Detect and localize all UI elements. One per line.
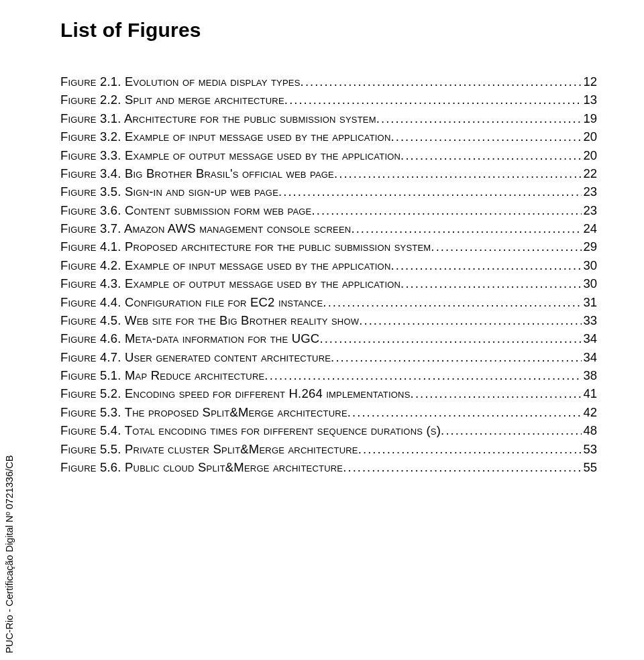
figure-label: Figure 5.5. Private cluster Split&Merge … [60,440,362,458]
leader-dots: ........................................… [380,109,582,127]
figure-entry: Figure 4.5. Web site for the Big Brother… [60,311,597,329]
figure-page-number: 20 [582,146,597,164]
page-body: List of Figures Figure 2.1. Evolution of… [0,0,644,503]
figure-page-number: 13 [582,91,597,109]
figure-label: Figure 5.4. Total encoding times for dif… [60,421,444,439]
figure-page-number: 34 [582,348,597,366]
leader-dots: ........................................… [334,348,582,366]
leader-dots: ........................................… [394,256,582,274]
figure-entry: Figure 3.2. Example of input message use… [60,127,597,146]
figure-entry: Figure 5.2. Encoding speed for different… [60,384,597,402]
figure-label: Figure 3.5. Sign-in and sign-up web page… [60,182,282,201]
figure-entry: Figure 4.1. Proposed architecture for th… [60,237,597,256]
figure-entry: Figure 3.5. Sign-in and sign-up web page… [60,182,597,201]
figure-entry: Figure 5.1. Map Reduce architecture. ...… [60,366,597,384]
figure-entry: Figure 3.6. Content submission form web … [60,201,597,219]
figure-page-number: 12 [582,72,597,91]
figure-label: Figure 3.4. Big Brother Brasil's officia… [60,164,337,182]
figure-label: Figure 4.7. User generated content archi… [60,348,334,366]
figure-label: Figure 2.2. Split and merge architecture… [60,91,288,109]
figure-entry: Figure 5.5. Private cluster Split&Merge … [60,440,597,458]
figure-entry: Figure 4.3. Example of output message us… [60,274,597,292]
figure-page-number: 23 [582,182,597,201]
certification-sidemark: PUC-Rio - Certificação Digital Nº 072133… [4,455,15,653]
figure-label: Figure 4.5. Web site for the Big Brother… [60,311,363,329]
figure-entry: Figure 2.2. Split and merge architecture… [60,91,597,109]
figure-page-number: 38 [582,366,597,384]
leader-dots: ........................................… [327,293,582,311]
figure-entry: Figure 5.3. The proposed Split&Merge arc… [60,403,597,421]
leader-dots: ........................................… [355,219,582,237]
page-title: List of Figures [60,19,597,42]
figure-entry: Figure 4.4. Configuration file for EC2 i… [60,293,597,311]
figure-label: Figure 4.2. Example of input message use… [60,256,394,274]
leader-dots: ........................................… [363,311,582,329]
figure-label: Figure 4.4. Configuration file for EC2 i… [60,293,327,311]
figure-page-number: 22 [582,164,597,182]
figure-entry: Figure 4.2. Example of input message use… [60,256,597,274]
leader-dots: ........................................… [394,127,582,146]
figure-page-number: 30 [582,274,597,292]
figure-entry: Figure 3.1. Architecture for the public … [60,109,597,127]
leader-dots: ........................................… [282,182,582,201]
figure-page-number: 20 [582,127,597,146]
leader-dots: ........................................… [337,164,582,182]
figure-page-number: 31 [582,293,597,311]
figure-label: Figure 5.1. Map Reduce architecture. [60,366,268,384]
figure-list: Figure 2.1. Evolution of media display t… [60,72,597,476]
figure-entry: Figure 2.1. Evolution of media display t… [60,72,597,91]
figure-label: Figure 5.6. Public cloud Split&Merge arc… [60,458,347,476]
leader-dots: ........................................… [414,384,582,402]
figure-label: Figure 3.7. Amazon AWS management consol… [60,219,355,237]
figure-page-number: 19 [582,109,597,127]
figure-label: Figure 4.3. Example of output message us… [60,274,404,292]
figure-label: Figure 3.3. Example of output message us… [60,146,404,164]
leader-dots: ........................................… [304,72,582,91]
leader-dots: ........................................… [323,329,582,347]
leader-dots: ........................................… [351,403,582,421]
figure-page-number: 42 [582,403,597,421]
figure-entry: Figure 3.3. Example of output message us… [60,146,597,164]
leader-dots: ........................................… [444,421,582,439]
figure-entry: Figure 3.4. Big Brother Brasil's officia… [60,164,597,182]
figure-label: Figure 3.1. Architecture for the public … [60,109,380,127]
figure-page-number: 30 [582,256,597,274]
leader-dots: ........................................… [435,237,582,256]
figure-page-number: 48 [582,421,597,439]
leader-dots: ........................................… [404,146,582,164]
figure-page-number: 55 [582,458,597,476]
figure-page-number: 53 [582,440,597,458]
figure-page-number: 41 [582,384,597,402]
leader-dots: ........................................… [315,201,582,219]
figure-entry: Figure 5.6. Public cloud Split&Merge arc… [60,458,597,476]
figure-page-number: 23 [582,201,597,219]
figure-label: Figure 4.1. Proposed architecture for th… [60,237,435,256]
figure-entry: Figure 4.7. User generated content archi… [60,348,597,366]
figure-entry: Figure 5.4. Total encoding times for dif… [60,421,597,439]
figure-entry: Figure 4.6. Meta-data information for th… [60,329,597,347]
leader-dots: ........................................… [288,91,582,109]
figure-page-number: 24 [582,219,597,237]
figure-label: Figure 5.2. Encoding speed for different… [60,384,414,402]
figure-label: Figure 3.2. Example of input message use… [60,127,394,146]
leader-dots: ........................................… [268,366,582,384]
figure-page-number: 29 [582,237,597,256]
leader-dots: ........................................… [347,458,582,476]
figure-page-number: 34 [582,329,597,347]
figure-label: Figure 4.6. Meta-data information for th… [60,329,323,347]
figure-entry: Figure 3.7. Amazon AWS management consol… [60,219,597,237]
figure-page-number: 33 [582,311,597,329]
leader-dots: ........................................… [404,274,582,292]
figure-label: Figure 3.6. Content submission form web … [60,201,315,219]
figure-label: Figure 2.1. Evolution of media display t… [60,72,304,91]
leader-dots: ........................................… [362,440,582,458]
figure-label: Figure 5.3. The proposed Split&Merge arc… [60,403,351,421]
